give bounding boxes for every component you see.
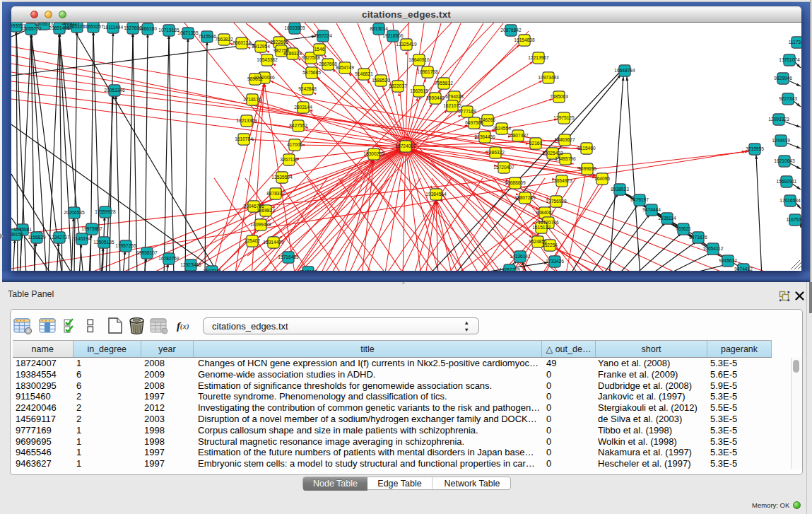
svg-text:164095: 164095 xyxy=(594,176,610,181)
svg-text:1546: 1546 xyxy=(314,47,325,52)
svg-text:7485063: 7485063 xyxy=(550,94,568,99)
svg-text:10653257: 10653257 xyxy=(83,24,104,29)
svg-text:125402: 125402 xyxy=(245,238,260,243)
svg-text:2935114: 2935114 xyxy=(658,216,676,221)
svg-text:14136141: 14136141 xyxy=(510,254,531,259)
svg-text:6794028: 6794028 xyxy=(445,94,464,99)
svg-text:13535594: 13535594 xyxy=(271,175,293,180)
svg-text:18111444: 18111444 xyxy=(103,25,124,30)
svg-text:18463627: 18463627 xyxy=(554,137,575,142)
svg-text:1621072: 1621072 xyxy=(443,103,461,108)
svg-text:8938923: 8938923 xyxy=(611,187,629,192)
svg-text:16033809: 16033809 xyxy=(284,25,305,30)
svg-text:8322037: 8322037 xyxy=(389,83,407,88)
svg-text:17359928: 17359928 xyxy=(95,209,116,214)
svg-text:20876842: 20876842 xyxy=(500,28,522,33)
svg-text:17016534: 17016534 xyxy=(779,198,801,203)
svg-text:2718176: 2718176 xyxy=(243,97,261,102)
svg-text:16154838: 16154838 xyxy=(514,37,535,42)
svg-text:9245123: 9245123 xyxy=(299,269,317,271)
svg-text:10688609: 10688609 xyxy=(505,180,526,185)
svg-text:939159: 939159 xyxy=(11,232,23,237)
svg-text:1588520: 1588520 xyxy=(372,78,390,83)
svg-text:1615132: 1615132 xyxy=(532,225,551,230)
svg-text:14055712: 14055712 xyxy=(20,26,42,31)
svg-text:9327508: 9327508 xyxy=(302,55,320,60)
svg-text:19384554: 19384554 xyxy=(425,192,447,197)
svg-text:12923448: 12923448 xyxy=(180,262,201,267)
svg-text:763621: 763621 xyxy=(676,226,691,231)
svg-text:12342737: 12342737 xyxy=(49,235,70,240)
svg-text:16787259: 16787259 xyxy=(499,267,520,271)
svg-text:12213967: 12213967 xyxy=(528,55,549,60)
svg-text:13751074: 13751074 xyxy=(779,57,800,62)
svg-text:8186328: 8186328 xyxy=(283,51,302,56)
svg-text:16648784: 16648784 xyxy=(614,68,635,73)
svg-text:17957255: 17957255 xyxy=(115,243,136,248)
svg-text:1145194: 1145194 xyxy=(73,236,91,241)
svg-text:18300295: 18300295 xyxy=(363,151,384,156)
svg-text:7386322: 7386322 xyxy=(486,150,505,155)
svg-text:1469822: 1469822 xyxy=(257,208,275,213)
svg-text:3215955: 3215955 xyxy=(746,146,764,151)
svg-text:9474412: 9474412 xyxy=(734,267,753,271)
svg-text:10807487: 10807487 xyxy=(507,133,529,138)
svg-text:746266: 746266 xyxy=(480,117,495,122)
svg-text:15720407: 15720407 xyxy=(493,165,514,170)
svg-text:16961758: 16961758 xyxy=(417,69,438,74)
svg-text:8912954: 8912954 xyxy=(252,44,270,49)
svg-text:2867608: 2867608 xyxy=(319,62,337,66)
svg-text:13325419: 13325419 xyxy=(396,42,417,47)
svg-text:16782759: 16782759 xyxy=(158,256,180,261)
svg-text:12213369: 12213369 xyxy=(236,118,257,123)
svg-text:8813014: 8813014 xyxy=(370,26,388,31)
svg-text:9227343: 9227343 xyxy=(779,96,797,101)
svg-text:7515546: 7515546 xyxy=(198,34,216,39)
svg-text:20206535: 20206535 xyxy=(64,210,85,215)
svg-text:20053346: 20053346 xyxy=(104,88,125,93)
svg-text:12975125: 12975125 xyxy=(553,115,575,120)
svg-text:13495796: 13495796 xyxy=(555,156,576,161)
svg-text:10654112: 10654112 xyxy=(703,246,724,251)
svg-text:16543382: 16543382 xyxy=(257,57,278,62)
svg-text:1362615: 1362615 xyxy=(410,88,428,93)
svg-text:9474444: 9474444 xyxy=(642,207,661,212)
svg-text:18640910: 18640910 xyxy=(408,57,430,62)
svg-text:10025433: 10025433 xyxy=(542,151,563,156)
svg-text:12505135: 12505135 xyxy=(93,240,114,245)
svg-text:7955812: 7955812 xyxy=(435,81,453,86)
svg-text:1244419: 1244419 xyxy=(772,138,790,143)
svg-text:10719185: 10719185 xyxy=(158,28,180,33)
svg-text:14099489: 14099489 xyxy=(250,222,271,227)
svg-text:6466160: 6466160 xyxy=(139,26,157,31)
svg-text:6479197: 6479197 xyxy=(630,197,649,202)
svg-text:7357224: 7357224 xyxy=(314,33,332,38)
svg-text:12093323: 12093323 xyxy=(768,117,789,122)
svg-text:1535081: 1535081 xyxy=(13,227,32,232)
svg-text:19218506: 19218506 xyxy=(382,33,404,38)
svg-text:3624554: 3624554 xyxy=(493,126,511,131)
svg-text:62160: 62160 xyxy=(529,141,543,146)
svg-text:3267130: 3267130 xyxy=(280,157,298,162)
svg-text:1117345: 1117345 xyxy=(789,40,801,45)
svg-text:9242848: 9242848 xyxy=(298,86,317,91)
svg-text:9146821: 9146821 xyxy=(355,71,373,76)
svg-text:8878332: 8878332 xyxy=(266,191,285,196)
svg-text:21364436: 21364436 xyxy=(474,134,495,139)
svg-text:9245612: 9245612 xyxy=(719,258,737,263)
svg-text:1156829: 1156829 xyxy=(28,235,46,240)
svg-text:1692345: 1692345 xyxy=(203,269,221,271)
svg-text:16210643: 16210643 xyxy=(774,158,795,163)
svg-text:1610784: 1610784 xyxy=(235,136,253,141)
svg-text:19958107: 19958107 xyxy=(136,250,158,255)
svg-text:417006: 417006 xyxy=(287,142,302,147)
svg-text:9084067: 9084067 xyxy=(536,210,554,215)
svg-text:16671355: 16671355 xyxy=(177,30,199,35)
svg-text:9699695: 9699695 xyxy=(578,166,596,171)
svg-text:10973493: 10973493 xyxy=(538,75,559,80)
svg-text:8990448: 8990448 xyxy=(426,95,445,100)
svg-text:(x): (x) xyxy=(180,322,189,331)
svg-text:19756928: 19756928 xyxy=(546,199,567,204)
svg-text:1733426: 1733426 xyxy=(546,259,564,264)
svg-text:16120746: 16120746 xyxy=(538,220,559,225)
